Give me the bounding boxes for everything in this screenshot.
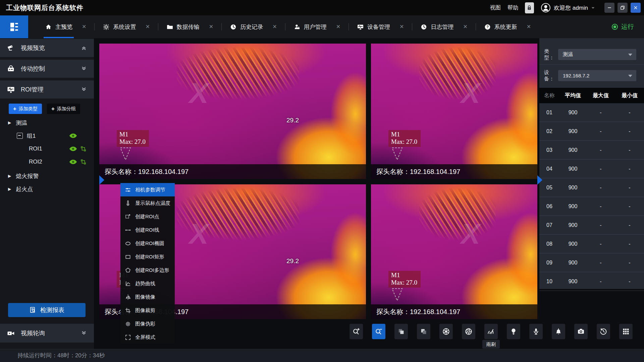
chevron-up-double-icon[interactable]	[80, 45, 87, 51]
tree-item-firepoint[interactable]: ▶ 起火点	[0, 183, 94, 195]
tab-5[interactable]: 用户管理✕	[288, 15, 346, 38]
table-row[interactable]: 02900--	[539, 122, 644, 141]
restore-button[interactable]	[618, 3, 628, 13]
add-type-button[interactable]: + 添加类型	[9, 104, 42, 114]
close-button[interactable]	[631, 3, 641, 13]
detection-report-button[interactable]: 检测报表	[8, 303, 86, 317]
table-row[interactable]: 05900--	[539, 178, 644, 197]
layers-back-button[interactable]	[417, 324, 430, 339]
chevron-down-double-icon[interactable]	[80, 86, 87, 93]
layers-front-button[interactable]	[394, 324, 408, 339]
menu-item-crop[interactable]: 图像裁剪	[120, 304, 175, 317]
camera-view-4[interactable]: X M1 Max: 27.0 探头名称：192.168.104.197	[371, 184, 537, 319]
tab-1[interactable]: 主预览✕	[40, 15, 92, 38]
visibility-eye-icon[interactable]	[69, 133, 77, 138]
tab-close-icon[interactable]: ✕	[527, 24, 531, 29]
table-row[interactable]: 03900--	[539, 141, 644, 160]
tab-close-icon[interactable]: ✕	[272, 24, 277, 29]
tree-item-roi1[interactable]: ROI1	[0, 143, 94, 155]
menu-view[interactable]: 视图	[490, 4, 501, 11]
tab-8[interactable]: ?系统更新✕	[479, 15, 536, 38]
chevron-down-double-icon[interactable]	[80, 65, 87, 72]
layout-grid-button[interactable]	[619, 324, 633, 339]
tree-item-flameout[interactable]: ▶ 熄火报警	[0, 170, 94, 182]
alarm-bell-button[interactable]	[552, 324, 565, 339]
tab-close-icon[interactable]: ✕	[463, 24, 467, 29]
tab-4[interactable]: 历史记录✕	[224, 15, 282, 38]
snapshot-button[interactable]	[574, 324, 588, 339]
device-select[interactable]: 192.168.7.2	[558, 70, 636, 81]
tab-close-icon[interactable]: ✕	[82, 24, 86, 29]
aperture-focus-button[interactable]	[462, 324, 475, 339]
table-row[interactable]: 10900--	[539, 272, 644, 291]
tab-close-icon[interactable]: ✕	[145, 24, 150, 29]
lock-button[interactable]	[525, 2, 534, 13]
sidebar-item-video-preview[interactable]: 视频预览	[0, 39, 94, 57]
tab-2[interactable]: 系统设置✕	[97, 15, 155, 38]
tab-close-icon[interactable]: ✕	[399, 24, 404, 29]
sidebar-item-roi-manage[interactable]: ROI管理	[0, 80, 94, 99]
collapse-left-panel-arrow[interactable]	[99, 175, 104, 185]
type-select[interactable]: 测温	[558, 49, 636, 60]
caret-right-icon[interactable]: ▶	[8, 187, 11, 191]
roi-frame-icon[interactable]	[80, 159, 86, 165]
menu-item-trend[interactable]: 趋势曲线	[120, 277, 175, 290]
sidebar-item-drive-control[interactable]: 传动控制	[0, 60, 94, 78]
tree-label: ROI1	[29, 145, 42, 152]
tab-6[interactable]: 设备管理✕	[352, 15, 409, 38]
microphone-button[interactable]	[529, 324, 543, 339]
menu-item-mirror[interactable]: 图像镜像	[120, 290, 175, 304]
table-row[interactable]: 09900--	[539, 253, 644, 272]
menu-item-thermo[interactable]: 显示鼠标点温度	[120, 196, 175, 210]
playback-history-button[interactable]	[597, 324, 610, 339]
minimize-button[interactable]	[604, 3, 614, 13]
menu-item-roiLine[interactable]: 创建ROI线	[120, 223, 175, 237]
marker-pointer-icon	[391, 147, 403, 161]
user-menu[interactable]: 欢迎您 admin	[541, 3, 595, 13]
visibility-eye-icon[interactable]	[69, 146, 77, 152]
tree-item-temp[interactable]: ▶ 测温	[0, 117, 94, 129]
caret-right-icon[interactable]: ▶	[8, 174, 11, 178]
add-group-button[interactable]: + 添加分组	[47, 104, 80, 114]
table-row[interactable]: 08900--	[539, 235, 644, 253]
table-row[interactable]: 06900--	[539, 197, 644, 216]
table-row[interactable]: 01900--	[539, 103, 644, 122]
wiper-button[interactable]	[484, 324, 498, 339]
tree-item-roi2[interactable]: ROI2	[0, 156, 94, 168]
tab-close-icon[interactable]: ✕	[336, 24, 340, 29]
sidebar-item-video-poll[interactable]: 视频轮询	[0, 324, 94, 343]
roi-marker: M1 Max: 27.0	[388, 130, 421, 147]
menu-item-roiEllipse[interactable]: 创建ROI椭圆	[120, 237, 175, 250]
table-row[interactable]: 07900--	[539, 216, 644, 235]
tree-item-group1[interactable]: 组1	[0, 130, 94, 142]
camera-view-1[interactable]: X M1 Max: 27.0 29.2 探头名称：192.168.104.197	[99, 44, 366, 179]
menu-item-roiPoly[interactable]: 创建ROI多边形	[120, 263, 175, 277]
tab-separator	[348, 23, 349, 31]
roi-frame-icon[interactable]	[80, 146, 86, 152]
caret-right-icon[interactable]: ▶	[8, 120, 11, 125]
collapse-right-panel-arrow[interactable]	[537, 175, 542, 185]
camera-view-2[interactable]: X M1 Max: 27.0 探头名称：192.168.104.197	[371, 44, 537, 179]
nav-toggle-button[interactable]	[0, 15, 28, 38]
table-row[interactable]: 04900--	[539, 160, 644, 178]
menu-help[interactable]: 帮助	[507, 4, 518, 11]
zoom-in-button[interactable]	[350, 324, 363, 339]
tab-label: 日志管理	[431, 23, 453, 31]
aperture-button[interactable]	[439, 324, 453, 339]
tab-close-icon[interactable]: ✕	[209, 24, 213, 29]
tab-3[interactable]: 数据传输✕	[161, 15, 219, 38]
menu-item-roiPoint[interactable]: 创建ROI点	[120, 210, 175, 223]
menu-item-roiRect[interactable]: 创建ROI矩形	[120, 250, 175, 263]
tab-strip: 主预览✕系统设置✕数据传输✕历史记录✕用户管理✕设备管理✕日志管理✕?系统更新✕	[40, 15, 536, 38]
tab-7[interactable]: 日志管理✕	[415, 15, 473, 38]
menu-item-fullscreen[interactable]: 全屏模式	[120, 330, 175, 344]
menu-item-sliders[interactable]: 相机参数调节	[120, 183, 175, 196]
collapse-minus-icon[interactable]	[17, 133, 23, 139]
light-button[interactable]	[507, 324, 520, 339]
visibility-eye-icon[interactable]	[69, 160, 77, 165]
chevron-down-double-icon[interactable]	[80, 330, 87, 337]
roiPoly-icon	[125, 267, 131, 274]
zoom-out-button[interactable]	[372, 324, 385, 339]
column-header-name: 名称	[539, 92, 559, 99]
menu-item-pseudo[interactable]: 图像伪彩	[120, 317, 175, 330]
